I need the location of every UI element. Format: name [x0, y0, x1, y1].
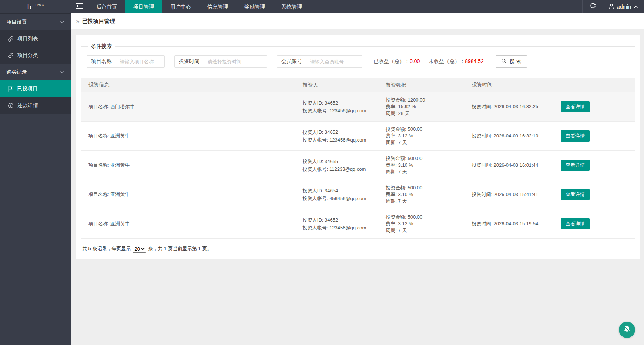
cell-actions: 查看详情 — [555, 218, 635, 229]
username: admin — [617, 4, 631, 10]
cell-project-name: 项目名称: 亚洲黄牛 — [81, 133, 303, 139]
cell-actions: 查看详情 — [555, 130, 635, 142]
view-detail-button[interactable]: 查看详情 — [561, 189, 590, 200]
flag-icon — [8, 86, 13, 92]
invest-rate: 费率: 3.10 % — [386, 162, 469, 169]
investor-account: 投资人帐号: 123456@qq.com — [303, 136, 383, 144]
logo-text: lc — [27, 2, 34, 11]
sidebar-item-label: 已投项目 — [17, 86, 38, 92]
sidebar-item-invested-projects[interactable]: 已投项目 — [0, 80, 71, 97]
sidebar-group-project-settings[interactable]: 项目设置 — [0, 14, 71, 30]
member-account-input[interactable] — [306, 56, 362, 67]
sidebar-group-label: 购买记录 — [6, 69, 27, 76]
invest-period: 周期: 28 天 — [386, 110, 469, 117]
earned-profit-value: 0.00 — [410, 58, 420, 64]
investor-id: 投资人ID: 34652 — [303, 216, 383, 224]
investor-id: 投资人ID: 34654 — [303, 187, 383, 195]
investor-account: 投资人帐号: 123456@qq.com — [303, 224, 383, 232]
cell-actions: 查看详情 — [555, 189, 635, 200]
cell-invest-time: 投资时间: 2026-04-03 15:19:54 — [472, 220, 555, 227]
view-detail-button[interactable]: 查看详情 — [561, 101, 590, 112]
invested-projects-table: 投资信息 投资人 投资数据 投资时间 项目名称: 西门塔尔牛 投资人ID: 34… — [81, 78, 635, 239]
sidebar-item-repayment-details[interactable]: $ 还款详情 — [0, 97, 71, 114]
nav-item-users[interactable]: 用户中心 — [162, 0, 199, 13]
link-icon — [8, 36, 14, 42]
search-legend: 条件搜索 — [88, 43, 115, 50]
sidebar-collapse-button[interactable] — [71, 0, 88, 13]
chevron-down-icon — [60, 71, 64, 74]
invest-period: 周期: 7 天 — [386, 139, 469, 146]
invest-amount: 投资金额: 500.00 — [386, 155, 469, 162]
cell-investor: 投资人ID: 34654 投资人帐号: 456456@qq.com — [303, 187, 386, 202]
invest-amount: 投资金额: 1200.00 — [386, 97, 469, 103]
pagination-suffix: 条，共 1 页当前显示第 1 页。 — [148, 245, 212, 252]
invest-rate: 费率: 15.92 % — [386, 103, 469, 110]
invest-time-input[interactable] — [204, 56, 267, 67]
cell-project-name: 项目名称: 亚洲黄牛 — [81, 220, 303, 227]
view-detail-button[interactable]: 查看详情 — [561, 160, 590, 171]
topbar: lc TP5.3 后台首页 项目管理 用户中心 信息管理 奖励管理 系统管理 — [0, 0, 644, 13]
chevron-down-icon — [60, 21, 64, 24]
column-header-invest-data: 投资数据 — [386, 82, 472, 88]
logo-version: TP5.3 — [35, 3, 44, 7]
investor-id: 投资人ID: 34652 — [303, 99, 383, 107]
invest-rate: 费率: 3.10 % — [386, 191, 469, 198]
investor-account: 投资人帐号: 123456@qq.com — [303, 107, 383, 115]
search-button[interactable]: 搜 索 — [496, 55, 527, 68]
nav-item-home[interactable]: 后台首页 — [88, 0, 125, 13]
table-row: 项目名称: 亚洲黄牛 投资人ID: 34652 投资人帐号: 123456@qq… — [81, 209, 635, 239]
sidebar-item-label: 还款详情 — [17, 102, 38, 109]
dollar-circle-icon: $ — [8, 103, 14, 109]
cell-invest-time: 投资时间: 2026-04-03 16:32:25 — [472, 103, 555, 110]
search-icon — [501, 58, 507, 65]
cell-investor: 投资人ID: 34652 投资人帐号: 123456@qq.com — [303, 99, 386, 115]
profit-stats: 已收益（总）：0.00 未收益（总）：8984.52 — [373, 58, 493, 65]
cell-invest-data: 投资金额: 1200.00 费率: 15.92 % 周期: 28 天 — [386, 97, 472, 117]
page-size-select[interactable]: 20 — [133, 245, 146, 253]
field-member-account: 会员账号 — [277, 55, 362, 68]
sidebar-item-project-category[interactable]: 项目分类 — [0, 47, 71, 64]
nav-item-info[interactable]: 信息管理 — [199, 0, 236, 13]
breadcrumb: » 已投项目管理 — [71, 13, 644, 29]
column-header-investor: 投资人 — [303, 81, 386, 89]
cell-invest-time: 投资时间: 2026-04-03 15:41:41 — [472, 191, 555, 198]
field-invest-time: 投资时间 — [174, 55, 267, 68]
cell-actions: 查看详情 — [555, 101, 635, 112]
bell-off-icon — [623, 325, 631, 335]
refresh-button[interactable] — [583, 0, 603, 13]
user-icon — [608, 3, 614, 10]
view-detail-button[interactable]: 查看详情 — [561, 218, 590, 229]
invest-amount: 投资金额: 500.00 — [386, 126, 469, 133]
sidebar-item-label: 项目列表 — [17, 36, 38, 42]
earned-profit-label: 已收益（总）： — [373, 58, 410, 64]
view-detail-button[interactable]: 查看详情 — [561, 130, 590, 142]
sidebar-group-purchase-records[interactable]: 购买记录 — [0, 64, 71, 80]
refresh-icon — [590, 3, 596, 11]
earned-profit-stat: 已收益（总）：0.00 — [373, 58, 420, 65]
table-row: 项目名称: 亚洲黄牛 投资人ID: 34655 投资人帐号: 112233@qq… — [81, 151, 635, 180]
invest-period: 周期: 7 天 — [386, 169, 469, 175]
invest-period: 周期: 7 天 — [386, 227, 469, 234]
cell-invest-data: 投资金额: 500.00 费率: 3.12 % 周期: 7 天 — [386, 214, 472, 234]
nav-item-rewards[interactable]: 奖励管理 — [236, 0, 273, 13]
notification-fab-button[interactable] — [619, 322, 635, 338]
page-title: 已投项目管理 — [82, 18, 115, 25]
sidebar-item-project-list[interactable]: 项目列表 — [0, 30, 71, 47]
cell-project-name: 项目名称: 亚洲黄牛 — [81, 162, 303, 169]
nav-item-projects[interactable]: 项目管理 — [125, 0, 162, 13]
user-menu[interactable]: admin — [603, 0, 644, 13]
content-card: 条件搜索 项目名称 投资时间 会员账号 已收益（总）：0.00 — [76, 35, 640, 259]
field-label: 项目名称 — [87, 56, 116, 67]
invest-period: 周期: 7 天 — [386, 198, 469, 205]
unearned-profit-stat: 未收益（总）：8984.52 — [429, 58, 484, 65]
svg-text:$: $ — [10, 104, 11, 107]
invest-rate: 费率: 3.12 % — [386, 133, 469, 139]
project-name-input[interactable] — [116, 56, 164, 67]
cell-investor: 投资人ID: 34655 投资人帐号: 112233@qq.com — [303, 157, 386, 173]
search-button-label: 搜 索 — [510, 58, 521, 65]
cell-investor: 投资人ID: 34652 投资人帐号: 123456@qq.com — [303, 216, 386, 232]
nav-item-system[interactable]: 系统管理 — [273, 0, 310, 13]
cell-invest-time: 投资时间: 2026-04-03 16:01:44 — [472, 162, 555, 169]
cell-invest-data: 投资金额: 500.00 费率: 3.10 % 周期: 7 天 — [386, 185, 472, 205]
table-row: 项目名称: 亚洲黄牛 投资人ID: 34652 投资人帐号: 123456@qq… — [81, 122, 635, 151]
